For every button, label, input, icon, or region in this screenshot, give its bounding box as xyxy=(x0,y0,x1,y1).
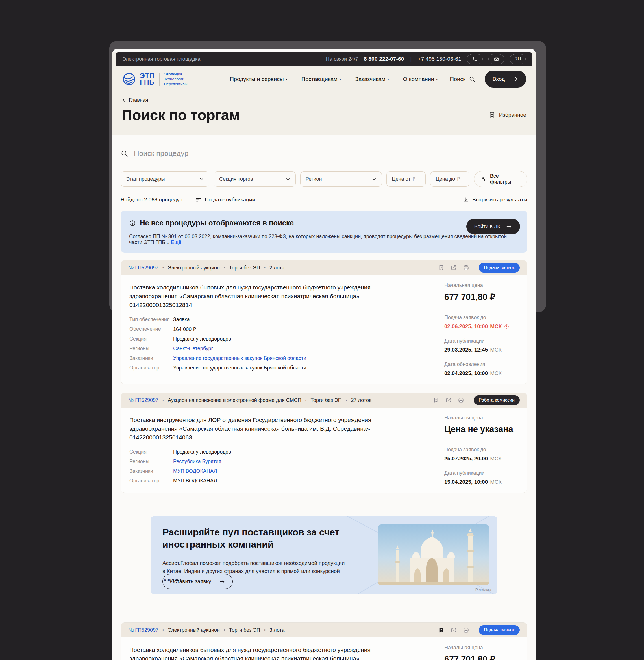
search-input[interactable] xyxy=(133,149,527,158)
procedure-card: № ГП529097 Электронный аукцион Торги без… xyxy=(121,260,527,384)
login-lk-button[interactable]: Войти в ЛК xyxy=(466,218,520,234)
nav-search[interactable]: Поиск xyxy=(450,76,475,82)
field-row: Обеспечение164 000 ₽ xyxy=(129,326,427,332)
card-main: Поставка холодильников бытовых для нужд … xyxy=(121,275,436,384)
customer-link[interactable]: Управление государственных закупок Брянс… xyxy=(173,355,306,361)
price-to-input[interactable]: Цена до ₽ xyxy=(430,171,469,187)
field-label: Организатор xyxy=(129,478,173,484)
logo[interactable]: ЭТП ГПБ Эволюция Технологии Перспективы xyxy=(122,72,187,87)
share-icon xyxy=(451,265,457,271)
field-row: СекцияПродажа углеводородов xyxy=(129,336,427,342)
phone-moscow[interactable]: +7 495 150-06-61 xyxy=(418,56,461,62)
divider: | xyxy=(410,56,412,62)
phone-button[interactable] xyxy=(467,54,483,64)
ad-disclaimer: Реклама xyxy=(475,587,491,592)
price-to-label: Цена до xyxy=(436,176,455,182)
bookmark-button[interactable] xyxy=(433,397,439,403)
card-sidebar: Начальная цена 677 701,80 ₽ Подача заяво… xyxy=(436,637,527,660)
region-link[interactable]: Республика Бурятия xyxy=(173,458,221,465)
procedure-number-link[interactable]: № ГП529097 xyxy=(128,397,158,403)
print-icon xyxy=(463,265,469,271)
bookmark-star-icon xyxy=(488,111,496,119)
logo-wordmark: ЭТП ГПБ xyxy=(140,73,155,86)
print-button[interactable] xyxy=(458,397,464,403)
card-body: Поставка инструментов для ЛОР отделения … xyxy=(121,407,527,493)
card-actions xyxy=(438,265,469,271)
export-results-button[interactable]: Выгрузить результаты xyxy=(463,196,527,203)
ad-cta-button[interactable]: Оставить заявку xyxy=(162,574,233,589)
support-hours: На связи 24/7 xyxy=(326,56,358,62)
share-button[interactable] xyxy=(445,397,452,403)
filter-bar: Этап процедуры Секция торгов Регион Цена… xyxy=(121,171,527,187)
procedure-title[interactable]: Поставка холодильников бытовых для нужд … xyxy=(129,645,417,660)
stage-dropdown[interactable]: Этап процедуры xyxy=(121,171,209,187)
field-row: ЗаказчикиМУП ВОДОКАНАЛ xyxy=(129,468,427,474)
procedure-number-link[interactable]: № ГП529097 xyxy=(128,265,158,271)
topbar-brand: Электронная торговая площадка xyxy=(122,56,200,62)
breadcrumb[interactable]: Главная xyxy=(112,89,536,103)
status-badge[interactable]: Работа комиссии xyxy=(474,395,520,405)
nav-item-suppliers[interactable]: Поставщикам xyxy=(301,76,341,82)
favorites-label: Избранное xyxy=(499,112,526,118)
phone-federal[interactable]: 8 800 222-07-60 xyxy=(364,56,404,62)
share-button[interactable] xyxy=(451,265,457,271)
download-icon xyxy=(463,197,469,203)
arrow-right-icon xyxy=(506,223,512,230)
field-label: Регионы xyxy=(129,458,173,465)
price-from-input[interactable]: Цена от ₽ xyxy=(386,171,426,187)
notice-more-link[interactable]: Ещё xyxy=(171,239,181,245)
ad-title: Расширяйте пул поставщиков за счет иност… xyxy=(162,526,366,550)
section-dropdown[interactable]: Секция торгов xyxy=(214,171,296,187)
procedure-title[interactable]: Поставка холодильников бытовых для нужд … xyxy=(129,283,417,309)
sort-control[interactable]: По дате публикации xyxy=(196,196,255,203)
field-row: ОрганизаторМУП ВОДОКАНАЛ xyxy=(129,478,427,484)
publication-date: 15.04.2025, 10:00 xyxy=(444,479,488,485)
nav-search-label: Поиск xyxy=(450,76,465,82)
section-dropdown-label: Секция торгов xyxy=(219,176,285,182)
field-value: Продажа углеводородов xyxy=(173,336,231,342)
ad-image-taj-mahal xyxy=(378,524,489,585)
customer-link[interactable]: МУП ВОДОКАНАЛ xyxy=(173,468,217,474)
field-row: РегионыСанкт-Петербург xyxy=(129,346,427,352)
field-label: Заказчики xyxy=(129,355,173,361)
procedure-title[interactable]: Поставка инструментов для ЛОР отделения … xyxy=(129,416,417,442)
login-button[interactable]: Вход xyxy=(485,71,526,88)
field-label: Секция xyxy=(129,449,173,455)
share-button[interactable] xyxy=(451,627,457,633)
region-dropdown[interactable]: Регион xyxy=(300,171,382,187)
nav-item-customers[interactable]: Заказчикам xyxy=(355,76,389,82)
field-value: Продажа углеводородов xyxy=(173,449,231,455)
status-badge[interactable]: Подача заявок xyxy=(479,263,520,273)
procedure-kind: Торги без ЭП xyxy=(301,397,342,403)
language-switcher[interactable]: RU xyxy=(510,54,526,64)
deadline-label: Подача заявок до xyxy=(444,447,520,453)
update-value: 02.04.2025, 10:00 МСК xyxy=(444,370,520,376)
procedure-number-link[interactable]: № ГП529097 xyxy=(128,627,158,633)
deadline-date: 25.07.2025, 20:00 xyxy=(444,455,488,462)
favorites-link[interactable]: Избранное xyxy=(488,111,526,119)
status-badge[interactable]: Подача заявок xyxy=(479,625,520,635)
print-icon xyxy=(458,397,464,403)
print-button[interactable] xyxy=(463,265,469,271)
nav-item-products[interactable]: Продукты и сервисы xyxy=(230,76,287,82)
card-main: Поставка холодильников бытовых для нужд … xyxy=(121,637,436,660)
nav-right: Поиск Вход xyxy=(450,71,526,88)
publication-label: Дата публикации xyxy=(444,470,520,476)
region-link[interactable]: Санкт-Петербург xyxy=(173,346,213,352)
publication-label: Дата публикации xyxy=(444,338,520,344)
field-value: Управление государственных закупок Брянс… xyxy=(173,365,306,371)
nav-item-about[interactable]: О компании xyxy=(403,76,438,82)
field-row: Тип обеспеченияЗаявка xyxy=(129,316,427,323)
sort-label: По дате публикации xyxy=(205,196,255,203)
deadline-tz: МСК xyxy=(490,455,502,462)
update-date: 02.04.2025, 10:00 xyxy=(444,370,488,376)
divider xyxy=(159,73,160,86)
mail-button[interactable] xyxy=(488,54,504,64)
card-body: Поставка холодильников бытовых для нужд … xyxy=(121,637,527,660)
bookmark-button-active[interactable] xyxy=(438,627,444,633)
publication-group: Дата публикации 29.03.2025, 12:45 МСК xyxy=(444,338,520,353)
phone-icon xyxy=(472,56,478,62)
bookmark-button[interactable] xyxy=(438,265,444,271)
print-button[interactable] xyxy=(463,627,469,633)
all-filters-button[interactable]: Все фильтры xyxy=(474,171,527,187)
